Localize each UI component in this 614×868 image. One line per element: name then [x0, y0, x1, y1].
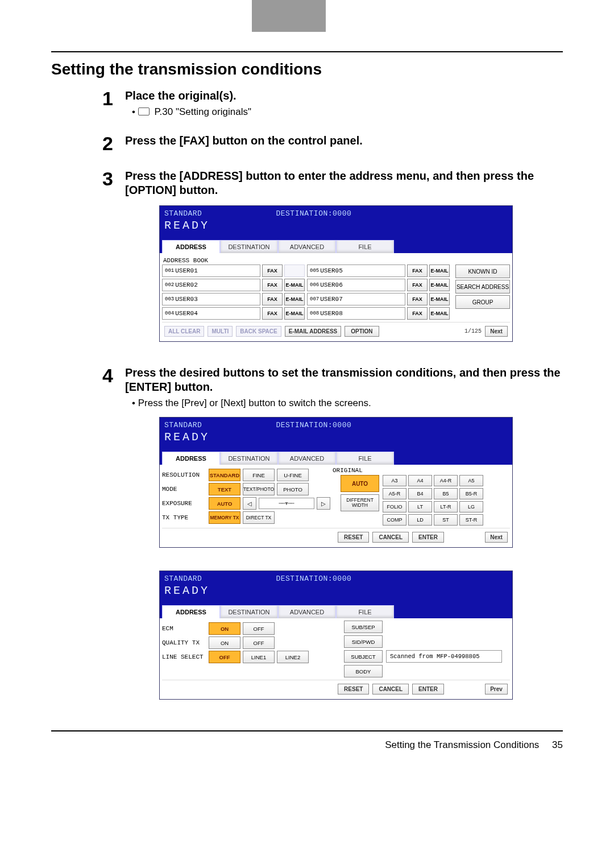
page-footer: Setting the Transmission Conditions 35: [51, 739, 563, 768]
tab-file[interactable]: FILE: [336, 605, 394, 618]
original-size-button[interactable]: ST: [434, 514, 458, 526]
tab-destination[interactable]: DESTINATION: [220, 452, 278, 465]
known-id-button[interactable]: KNOWN ID: [455, 264, 510, 278]
address-entry[interactable]: 004USER04: [162, 307, 260, 320]
original-size-button[interactable]: LD: [408, 514, 432, 526]
quality-on-button[interactable]: ON: [209, 636, 240, 649]
step-number: 2: [102, 134, 125, 153]
tab-advanced[interactable]: ADVANCED: [278, 452, 336, 465]
original-auto-button[interactable]: AUTO: [341, 475, 379, 492]
ecm-on-button[interactable]: ON: [209, 622, 240, 635]
fax-button[interactable]: FAX: [262, 293, 283, 305]
tab-advanced[interactable]: ADVANCED: [278, 605, 336, 618]
multi-button[interactable]: MULTI: [208, 326, 233, 337]
original-size-button[interactable]: LG: [459, 501, 483, 512]
mode-text-button[interactable]: TEXT: [209, 483, 240, 495]
subject-value: Scanned from MFP-04998805: [386, 650, 502, 663]
email-address-button[interactable]: E-MAIL ADDRESS: [285, 326, 342, 337]
original-size-button[interactable]: B4: [408, 488, 432, 499]
page-indicator: 1/125: [464, 328, 482, 334]
tx-direct-button[interactable]: DIRECT TX: [243, 511, 275, 524]
email-button[interactable]: E-MAIL: [284, 293, 305, 305]
original-size-button[interactable]: B5-R: [459, 488, 483, 499]
search-address-button[interactable]: SEARCH ADDRESS: [455, 280, 510, 294]
line-line1-button[interactable]: LINE1: [243, 651, 275, 663]
tab-file[interactable]: FILE: [336, 240, 394, 253]
original-size-button[interactable]: ST-R: [459, 514, 483, 526]
fax-button[interactable]: FAX: [407, 293, 428, 305]
resolution-fine-button[interactable]: FINE: [243, 469, 275, 481]
tab-destination[interactable]: DESTINATION: [220, 605, 278, 618]
tab-destination[interactable]: DESTINATION: [220, 240, 278, 253]
ecm-off-button[interactable]: OFF: [243, 622, 275, 635]
original-size-button[interactable]: COMP: [383, 514, 406, 526]
mode-photo-button[interactable]: PHOTO: [277, 483, 309, 495]
mode-label: STANDARD: [164, 209, 202, 218]
reset-button[interactable]: RESET: [338, 532, 369, 543]
exposure-auto-button[interactable]: AUTO: [209, 497, 240, 510]
original-size-button[interactable]: B5: [434, 488, 458, 499]
address-entry[interactable]: 002USER02: [162, 279, 260, 291]
backspace-button[interactable]: BACK SPACE: [236, 326, 281, 337]
address-entry[interactable]: 007USER07: [307, 293, 405, 305]
line-off-button[interactable]: OFF: [209, 651, 240, 663]
email-button[interactable]: E-MAIL: [429, 307, 450, 320]
line-line2-button[interactable]: LINE2: [277, 651, 309, 663]
fax-button[interactable]: FAX: [262, 264, 283, 277]
address-entry[interactable]: 005USER05: [307, 264, 405, 277]
cancel-button[interactable]: CANCEL: [372, 532, 409, 543]
option-button[interactable]: OPTION: [345, 326, 379, 337]
original-size-button[interactable]: A4-R: [434, 475, 458, 486]
address-entry[interactable]: 008USER08: [307, 307, 405, 320]
fax-button[interactable]: FAX: [262, 279, 283, 291]
email-button[interactable]: E-MAIL: [429, 279, 450, 291]
fax-button[interactable]: FAX: [262, 307, 283, 320]
enter-button[interactable]: ENTER: [412, 532, 444, 543]
fax-button[interactable]: FAX: [407, 279, 428, 291]
exposure-lighter-button[interactable]: ◁: [243, 497, 256, 510]
fax-button[interactable]: FAX: [407, 307, 428, 320]
prev-page-button[interactable]: Prev: [485, 684, 508, 695]
address-entry[interactable]: 003USER03: [162, 293, 260, 305]
page-number: 35: [552, 739, 563, 750]
tab-address[interactable]: ADDRESS: [162, 452, 220, 465]
email-button[interactable]: [284, 264, 305, 277]
next-page-button[interactable]: Next: [485, 326, 508, 337]
sidpwd-button[interactable]: SID/PWD: [344, 635, 383, 648]
tx-memory-button[interactable]: MEMORY TX: [209, 511, 240, 524]
subsep-button[interactable]: SUB/SEP: [344, 621, 383, 633]
email-button[interactable]: E-MAIL: [284, 279, 305, 291]
enter-button[interactable]: ENTER: [412, 684, 444, 695]
original-size-button[interactable]: LT: [408, 501, 432, 512]
tab-address[interactable]: ADDRESS: [162, 605, 220, 618]
body-button[interactable]: BODY: [344, 665, 383, 677]
original-different-width-button[interactable]: DIFFERENTWIDTH: [341, 494, 379, 511]
resolution-standard-button[interactable]: STANDARD: [209, 469, 240, 481]
email-button[interactable]: E-MAIL: [429, 264, 450, 277]
tab-file[interactable]: FILE: [336, 452, 394, 465]
original-size-button[interactable]: A5-R: [383, 488, 406, 499]
cancel-button[interactable]: CANCEL: [372, 684, 409, 695]
fax-button[interactable]: FAX: [407, 264, 428, 277]
original-size-button[interactable]: A5: [459, 475, 483, 486]
original-size-button[interactable]: A4: [408, 475, 432, 486]
original-size-button[interactable]: FOLIO: [383, 501, 406, 512]
tab-address[interactable]: ADDRESS: [162, 240, 220, 253]
email-button[interactable]: E-MAIL: [429, 293, 450, 305]
exposure-darker-button[interactable]: ▷: [317, 497, 330, 510]
subject-button[interactable]: SUBJECT: [344, 650, 383, 663]
original-size-button[interactable]: A3: [383, 475, 406, 486]
address-entry[interactable]: 006USER06: [307, 279, 405, 291]
quality-off-button[interactable]: OFF: [243, 636, 275, 649]
reset-button[interactable]: RESET: [338, 684, 369, 695]
group-button[interactable]: GROUP: [455, 295, 510, 309]
step-number: 3: [102, 169, 125, 188]
email-button[interactable]: E-MAIL: [284, 307, 305, 320]
next-page-button[interactable]: Next: [485, 532, 508, 543]
all-clear-button[interactable]: ALL CLEAR: [164, 326, 204, 337]
address-entry[interactable]: 001USER01: [162, 264, 260, 277]
original-size-button[interactable]: LT-R: [434, 501, 458, 512]
mode-text-photo-button[interactable]: TEXT/PHOTO: [243, 483, 275, 495]
tab-advanced[interactable]: ADVANCED: [278, 240, 336, 253]
resolution-ufine-button[interactable]: U-FINE: [277, 469, 309, 481]
